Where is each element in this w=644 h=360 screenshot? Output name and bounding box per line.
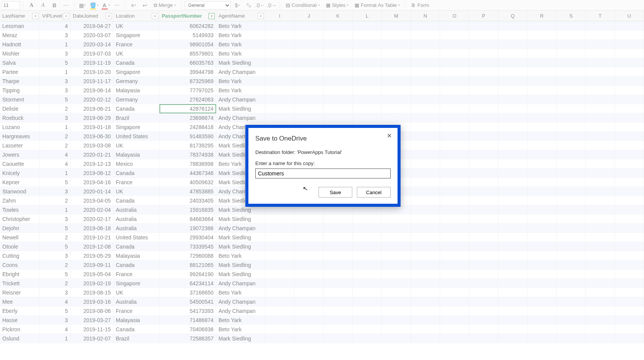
close-icon[interactable]: ✕ (384, 131, 394, 140)
save-button[interactable]: Save (319, 187, 352, 198)
save-dialog: ✕ Save to OneDrive Destination folder: '… (245, 125, 401, 207)
modal-overlay: ✕ Save to OneDrive Destination folder: '… (0, 0, 644, 360)
filename-input[interactable] (255, 169, 391, 178)
dialog-title: Save to OneDrive (255, 135, 391, 142)
filename-prompt: Enter a name for this copy: (255, 160, 391, 166)
destination-folder-text: Destination folder: 'PowerApps Tutorial' (255, 149, 391, 155)
cancel-button[interactable]: Cancel (357, 187, 391, 198)
